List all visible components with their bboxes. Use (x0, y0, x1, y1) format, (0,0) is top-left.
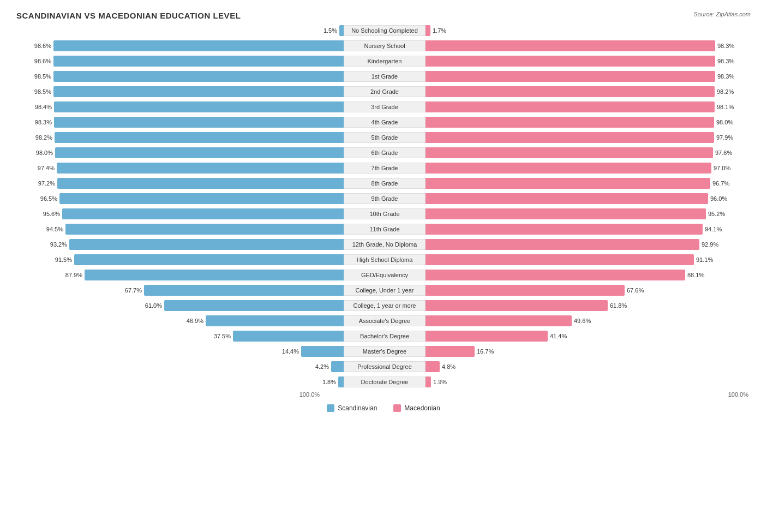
right-bar (426, 346, 475, 357)
bar-left-container: 67.7% (16, 285, 344, 296)
bar-left-container: 1.8% (16, 376, 344, 387)
bar-label: 6th Grade (344, 147, 426, 158)
bar-right-container: 98.1% (426, 101, 753, 112)
bar-left-container: 98.0% (16, 147, 344, 158)
left-bar (301, 346, 344, 357)
left-value: 46.9% (183, 318, 203, 324)
left-value: 61.0% (141, 302, 162, 309)
left-value: 98.2% (32, 134, 52, 141)
right-value: 1.7% (433, 27, 453, 34)
bar-left-container: 96.5% (16, 193, 344, 204)
bar-right-container: 96.7% (426, 178, 753, 189)
right-bar (426, 331, 548, 342)
bar-label: Master's Degree (344, 346, 426, 357)
right-value: 16.7% (477, 348, 498, 355)
chart-area: 1.5% No Schooling Completed 1.7% 98.6% N… (16, 23, 751, 389)
bar-right-container: 91.1% (426, 254, 753, 265)
bar-row: 98.3% 4th Grade 98.0% (16, 115, 751, 129)
left-bar (57, 163, 344, 174)
left-value: 91.5% (51, 256, 72, 263)
right-bar (426, 117, 714, 128)
bar-left-container: 93.2% (16, 239, 344, 250)
left-bar (53, 40, 344, 51)
scandinavian-color-box (327, 404, 334, 412)
bar-right-container: 61.8% (426, 300, 753, 311)
left-value: 94.5% (43, 226, 63, 232)
legend-macedonian-label: Macedonian (404, 404, 440, 412)
left-value: 87.9% (62, 272, 82, 278)
right-bar (426, 300, 608, 311)
left-bar (62, 208, 344, 219)
bar-label: 1st Grade (344, 71, 426, 82)
bar-row: 97.2% 8th Grade 96.7% (16, 176, 751, 190)
right-value: 97.6% (715, 150, 736, 156)
bar-row: 98.2% 5th Grade 97.9% (16, 130, 751, 145)
bar-left-container: 97.4% (16, 163, 344, 174)
right-value: 98.2% (717, 88, 738, 95)
bar-label: GED/Equivalency (344, 270, 426, 280)
left-bar (69, 239, 344, 250)
bar-label: No Schooling Completed (344, 25, 426, 36)
bar-label: Professional Degree (344, 361, 426, 372)
bar-row: 96.5% 9th Grade 96.0% (16, 192, 751, 206)
bar-row: 14.4% Master's Degree 16.7% (16, 344, 751, 358)
right-value: 49.6% (574, 318, 595, 324)
right-value: 41.4% (550, 333, 571, 339)
right-value: 98.3% (717, 73, 738, 80)
right-bar (426, 56, 715, 67)
bar-label: College, 1 year or more (344, 300, 426, 311)
bar-row: 98.5% 1st Grade 98.3% (16, 69, 751, 83)
bar-left-container: 98.2% (16, 132, 344, 143)
left-value: 67.7% (121, 287, 142, 294)
bar-row: 94.5% 11th Grade 94.1% (16, 222, 751, 236)
bar-label: Associate's Degree (344, 315, 426, 326)
left-bar (54, 101, 344, 112)
bar-right-container: 98.0% (426, 117, 753, 128)
bar-row: 87.9% GED/Equivalency 88.1% (16, 268, 751, 282)
right-value: 88.1% (687, 272, 708, 278)
bar-right-container: 1.7% (426, 25, 753, 36)
bar-right-container: 96.0% (426, 193, 753, 204)
bar-left-container: 1.5% (16, 25, 344, 36)
bar-label: 5th Grade (344, 132, 426, 143)
bar-left-container: 37.5% (16, 331, 344, 342)
left-value: 97.4% (34, 165, 55, 171)
bar-left-container: 91.5% (16, 254, 344, 265)
right-value: 96.7% (712, 180, 733, 187)
right-bar (426, 132, 714, 143)
left-value: 98.5% (31, 73, 51, 80)
bar-label: College, Under 1 year (344, 285, 426, 296)
bar-left-container: 98.6% (16, 40, 344, 51)
bar-right-container: 97.9% (426, 132, 753, 143)
right-value: 92.9% (702, 241, 722, 248)
bar-row: 98.6% Kindergarten 98.3% (16, 54, 751, 68)
right-bar (426, 101, 715, 112)
right-bar (426, 224, 703, 235)
right-value: 67.6% (627, 287, 648, 294)
chart-title: SCANDINAVIAN VS MACEDONIAN EDUCATION LEV… (16, 11, 241, 20)
left-bar (53, 86, 344, 97)
right-value: 98.3% (717, 43, 738, 49)
left-bar (53, 71, 344, 82)
bar-label: High School Diploma (344, 254, 426, 265)
bar-row: 91.5% High School Diploma 91.1% (16, 253, 751, 267)
bar-label: 11th Grade (344, 224, 426, 235)
bar-left-container: 4.2% (16, 361, 344, 372)
bar-row: 46.9% Associate's Degree 49.6% (16, 314, 751, 328)
right-bar (426, 254, 694, 265)
bar-row: 98.4% 3rd Grade 98.1% (16, 100, 751, 114)
bar-label: 7th Grade (344, 163, 426, 174)
right-value: 98.3% (717, 58, 738, 64)
left-bar (144, 285, 344, 296)
right-bar (426, 40, 715, 51)
bar-right-container: 92.9% (426, 239, 753, 250)
bar-right-container: 95.2% (426, 208, 753, 219)
bar-row: 67.7% College, Under 1 year 67.6% (16, 283, 751, 297)
axis-row: 100.0% 100.0% (16, 391, 751, 398)
bar-right-container: 16.7% (426, 346, 753, 357)
left-value: 98.0% (32, 150, 53, 156)
bar-left-container: 87.9% (16, 270, 344, 280)
bar-label: Doctorate Degree (344, 376, 426, 387)
left-bar (59, 193, 344, 204)
bar-left-container: 98.4% (16, 101, 344, 112)
